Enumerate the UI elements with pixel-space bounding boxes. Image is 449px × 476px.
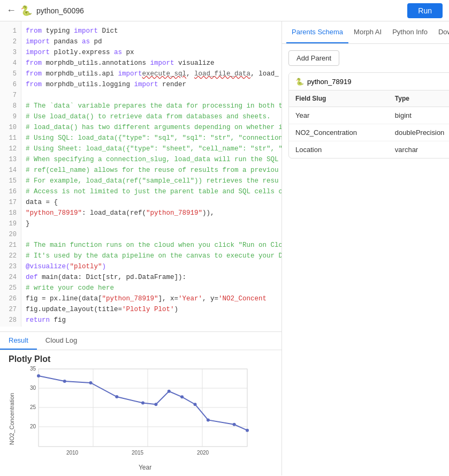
field-slug-cell: NO2_Concentration bbox=[289, 124, 389, 141]
back-button[interactable]: ← bbox=[6, 5, 16, 16]
tab-morph-ai[interactable]: Morph AI bbox=[348, 21, 387, 43]
code-line: # For example, load_data(ref("sample_cel… bbox=[26, 176, 277, 186]
line-number: 12 bbox=[0, 143, 21, 154]
parent-title-text: python_78919 bbox=[307, 78, 351, 86]
code-token: 'NO2_Concent bbox=[218, 295, 267, 303]
code-token: : load_data(ref( bbox=[82, 209, 146, 217]
code-line: from morphdb_utils.logging import render bbox=[26, 79, 277, 90]
code-line: import pandas as pd bbox=[26, 36, 277, 47]
line-number: 18 bbox=[0, 208, 21, 218]
code-lines: 1234567891011121314151617181920212223242… bbox=[0, 21, 281, 327]
line-number: 17 bbox=[0, 197, 21, 208]
code-token: import bbox=[26, 38, 50, 46]
svg-text:2020: 2020 bbox=[197, 450, 209, 456]
code-line: # The main function runs on the cloud wh… bbox=[26, 240, 277, 251]
code-line: } bbox=[26, 218, 277, 229]
file-title: python_60096 bbox=[36, 6, 84, 15]
y-axis-label: NO2_Concentration bbox=[9, 366, 15, 471]
chart-dot bbox=[246, 429, 249, 432]
chart-dot bbox=[207, 418, 210, 421]
chart-dot bbox=[180, 395, 184, 398]
code-token: # The main function runs on the cloud wh… bbox=[26, 241, 281, 249]
code-token: return bbox=[26, 316, 50, 324]
code-token: "plotly" bbox=[70, 263, 102, 270]
code-line: # Use load_data() to retrieve data from … bbox=[26, 111, 277, 122]
code-line: # Using Sheet: load_data({"type": "sheet… bbox=[26, 143, 277, 154]
line-number: 3 bbox=[0, 47, 21, 58]
svg-text:20: 20 bbox=[30, 424, 36, 429]
chart-dot bbox=[168, 390, 171, 393]
chart-dot bbox=[89, 381, 93, 384]
code-panel: 1234567891011121314151617181920212223242… bbox=[0, 21, 282, 475]
chart-dot bbox=[233, 423, 236, 426]
svg-text:2015: 2015 bbox=[132, 450, 144, 456]
code-token: import bbox=[26, 49, 50, 56]
app-root: ← 🐍 python_60096 Run 1234567891011121314… bbox=[0, 0, 449, 475]
code-token: from bbox=[26, 27, 42, 35]
code-token: fig = px.line(data[ bbox=[26, 295, 102, 303]
code-line bbox=[26, 229, 277, 240]
code-token: plotly.express bbox=[50, 49, 114, 56]
code-line: # It's used by the data pipeline on the … bbox=[26, 251, 277, 261]
add-parent-button[interactable]: Add Parent bbox=[288, 50, 339, 66]
header: ← 🐍 python_60096 Run bbox=[0, 0, 449, 21]
code-token: from bbox=[26, 59, 42, 67]
code-token: # It's used by the data pipeline on the … bbox=[26, 252, 281, 260]
code-token: main(data: Dict[str, pd.DataFrame]): bbox=[38, 274, 187, 281]
chart-dot bbox=[63, 380, 66, 383]
type-cell: doublePrecision bbox=[389, 124, 449, 141]
code-line: return fig bbox=[26, 315, 277, 326]
code-token: visualize bbox=[174, 59, 215, 67]
code-line: # write your code here bbox=[26, 283, 277, 293]
code-token: morphdb_utils.logging bbox=[42, 81, 134, 88]
code-token: import bbox=[150, 59, 174, 67]
line-number: 2 bbox=[0, 36, 21, 47]
code-token: # load_data() has two different argument… bbox=[26, 124, 281, 131]
tab-python-info[interactable]: Python Info bbox=[387, 21, 433, 43]
code-token: "python_78919" bbox=[146, 209, 202, 217]
svg-text:2010: 2010 bbox=[66, 450, 79, 456]
right-panel: Parents Schema Morph AI Python Info Down… bbox=[282, 21, 449, 475]
schema-content: Add Parent 🐍 python_78919 × Field Slu bbox=[282, 44, 449, 165]
chart-dot bbox=[141, 402, 144, 405]
code-token: , bbox=[186, 70, 194, 78]
line-number: 20 bbox=[0, 229, 21, 240]
code-token: "python_78919" bbox=[26, 209, 82, 217]
code-token: fig.update_layout(title= bbox=[26, 306, 122, 313]
code-line: # ref(cell_name) allows for the reuse of… bbox=[26, 165, 277, 176]
table-header-row: Field Slug Type bbox=[289, 90, 449, 107]
line-numbers: 1234567891011121314151617181920212223242… bbox=[0, 21, 21, 327]
line-number: 1 bbox=[0, 26, 21, 36]
tab-parents-schema[interactable]: Parents Schema bbox=[286, 21, 348, 43]
code-token: ], x= bbox=[158, 295, 179, 303]
table-row: NO2_ConcentrationdoublePrecision bbox=[289, 124, 449, 141]
line-number: 16 bbox=[0, 186, 21, 197]
col-type: Type bbox=[389, 90, 449, 107]
line-number: 28 bbox=[0, 315, 21, 326]
code-line: # load_data() has two different argument… bbox=[26, 122, 277, 133]
chart-dot bbox=[154, 403, 157, 406]
code-editor[interactable]: 1234567891011121314151617181920212223242… bbox=[0, 21, 281, 331]
code-token: render bbox=[158, 81, 187, 88]
run-button[interactable]: Run bbox=[407, 3, 443, 18]
line-number: 10 bbox=[0, 122, 21, 133]
line-number: 13 bbox=[0, 154, 21, 165]
line-number: 29 bbox=[0, 326, 21, 327]
svg-text:35: 35 bbox=[30, 366, 36, 372]
tab-result[interactable]: Result bbox=[0, 332, 37, 350]
code-token: "python_78919" bbox=[102, 295, 158, 303]
tab-download[interactable]: Download bbox=[433, 21, 449, 43]
code-line: # Using SQL: load_data({"type": "sql", "… bbox=[26, 133, 277, 143]
line-number: 4 bbox=[0, 58, 21, 69]
python-icon: 🐍 bbox=[20, 5, 32, 17]
line-number: 21 bbox=[0, 240, 21, 251]
parent-card-header: 🐍 python_78919 × bbox=[289, 73, 449, 90]
type-cell: varchar bbox=[389, 141, 449, 158]
code-token: # For example, load_data(ref("sample_cel… bbox=[26, 177, 279, 185]
chart-area: NO2_Concentration bbox=[9, 366, 273, 471]
tab-cloud-log[interactable]: Cloud Log bbox=[37, 332, 86, 350]
code-content[interactable]: from typing import Dictimport pandas as … bbox=[21, 21, 281, 327]
code-line: fig = px.line(data["python_78919"], x='Y… bbox=[26, 293, 277, 304]
line-number: 9 bbox=[0, 111, 21, 122]
code-token: 'Plotly Plot' bbox=[122, 306, 174, 313]
